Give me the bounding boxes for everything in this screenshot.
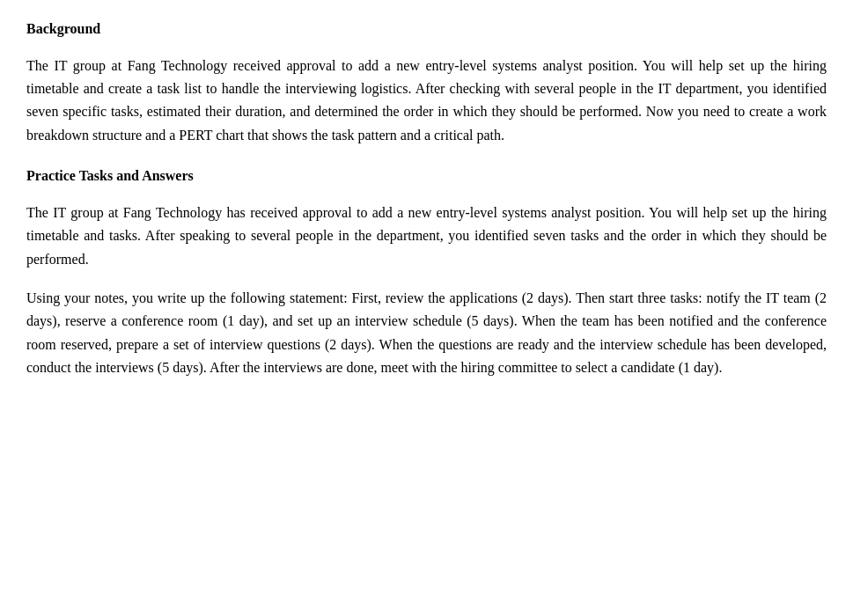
practice-heading: Practice Tasks and Answers [26,165,827,187]
background-paragraph: The IT group at Fang Technology received… [26,55,827,148]
practice-section: Practice Tasks and Answers The IT group … [26,165,827,379]
practice-paragraph-1: The IT group at Fang Technology has rece… [26,202,827,271]
background-heading: Background [26,18,827,40]
background-section: Background The IT group at Fang Technolo… [26,18,827,147]
practice-paragraph-2: Using your notes, you write up the follo… [26,287,827,380]
